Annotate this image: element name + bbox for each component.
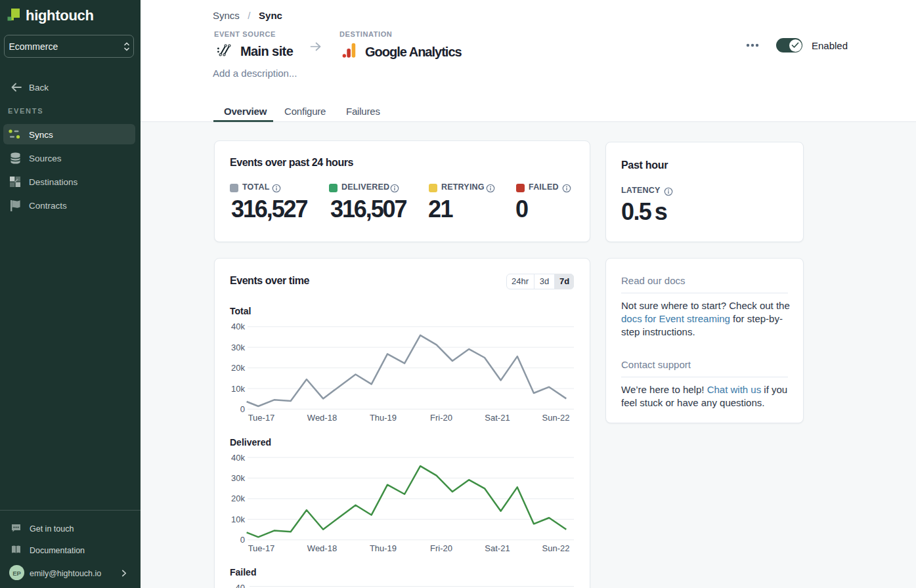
svg-text:Tue-17: Tue-17	[248, 413, 275, 423]
svg-text:Sun-22: Sun-22	[542, 543, 570, 553]
svg-text:10k: 10k	[231, 514, 245, 524]
svg-text:Sat-21: Sat-21	[485, 543, 510, 553]
svg-text:Sun-22: Sun-22	[542, 413, 570, 423]
svg-text:Thu-19: Thu-19	[370, 413, 397, 423]
svg-text:30k: 30k	[231, 473, 245, 483]
svg-text:Sat-21: Sat-21	[485, 413, 510, 423]
svg-text:30k: 30k	[231, 343, 245, 352]
svg-text:Fri-20: Fri-20	[430, 543, 452, 553]
svg-text:Fri-20: Fri-20	[430, 413, 452, 423]
svg-text:20k: 20k	[231, 363, 245, 373]
svg-text:20k: 20k	[231, 494, 245, 503]
svg-text:Wed-18: Wed-18	[307, 543, 337, 553]
svg-text:10k: 10k	[231, 384, 245, 394]
svg-text:0: 0	[240, 404, 245, 414]
svg-text:Tue-17: Tue-17	[248, 543, 275, 553]
svg-text:Thu-19: Thu-19	[370, 543, 397, 553]
svg-text:40k: 40k	[231, 322, 245, 331]
svg-text:40k: 40k	[231, 453, 245, 463]
svg-text:0: 0	[240, 535, 245, 545]
svg-text:Wed-18: Wed-18	[307, 413, 337, 423]
